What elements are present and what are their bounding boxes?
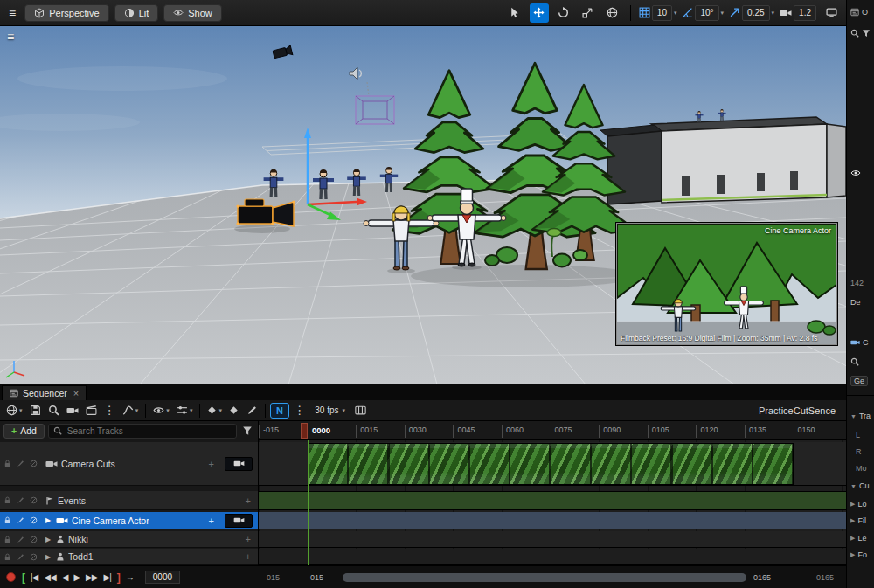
lane-nikki[interactable] [259,531,846,548]
playback-start-line[interactable] [308,440,309,565]
lane-events[interactable] [259,491,846,510]
more-options-button[interactable]: ⋮ [291,402,308,419]
timeline-scroll-area[interactable]: -015 -015 0165 0165 [259,566,846,588]
expander-icon[interactable]: ▶ [45,536,52,543]
camera-cuts-section-thumbnails[interactable] [308,443,794,485]
move-tool-button[interactable] [530,3,549,23]
render-movie-button[interactable] [83,402,100,419]
lock-icon[interactable] [3,516,11,524]
lane-todd1[interactable] [259,549,846,565]
sequence-browser-button[interactable]: ▾ [3,402,25,419]
caret-down-icon[interactable]: ▾ [772,10,775,17]
brush-icon[interactable] [17,460,24,467]
section-filmback[interactable]: ▶ Fil [850,515,874,526]
to-end-button[interactable]: ▶| [103,572,110,582]
shot-track-button[interactable] [352,402,369,419]
to-front-button[interactable]: |◀ [31,572,38,582]
brush-icon[interactable] [17,516,24,524]
timeline-area[interactable]: -015 0015 0030 0045 0060 0075 0090 0105 … [259,421,846,565]
add-section-icon[interactable]: + [246,534,251,544]
create-camera-button[interactable] [64,402,81,419]
mute-icon[interactable] [30,496,38,504]
lock-icon[interactable] [3,553,11,561]
current-frame-field[interactable]: 0000 [145,571,180,584]
previous-key-button[interactable]: ◀◀ [44,572,55,582]
find-in-browser-button[interactable] [45,402,62,419]
brush-icon[interactable] [17,536,24,543]
more-options-button[interactable]: ⋮ [101,402,118,419]
lane-cine-camera-actor[interactable] [259,512,846,529]
add-section-icon[interactable]: + [246,495,251,506]
show-button[interactable]: Show [163,4,222,22]
grid-snap-value[interactable]: 10 [652,5,672,21]
track-search-box[interactable] [48,424,237,439]
step-back-button[interactable]: ◀ [62,572,68,582]
tab-sequencer[interactable]: Sequencer × [2,385,87,400]
brush-icon[interactable] [17,553,24,561]
world-space-toggle[interactable] [603,3,622,23]
add-section-icon[interactable]: + [209,515,214,526]
track-row-cine-camera-actor[interactable]: ▶ Cine Camera Actor + [0,512,258,529]
tab-outliner[interactable]: O [850,7,874,17]
camera-speed-control[interactable]: 1.2 [780,5,816,21]
viewport-3d[interactable]: ≡ [0,26,846,384]
edit-mode-button[interactable] [244,402,260,419]
playback-end-line[interactable] [794,430,794,565]
caret-down-icon[interactable]: ▾ [721,10,725,17]
caret-down-icon[interactable]: ▾ [674,10,677,17]
play-button[interactable]: ▶ [73,572,80,582]
scale-tool-button[interactable] [579,3,598,23]
r otate-tool-button[interactable] [554,3,573,23]
grid-snap-control[interactable]: 10 ▾ [639,5,677,21]
section-focus[interactable]: ▶ Fo [850,550,874,560]
main-menu-icon[interactable]: ≡ [5,6,19,20]
general-filter-chip[interactable]: Ge [850,376,874,386]
auto-key-button[interactable] [226,402,242,419]
playhead-marker[interactable] [301,423,308,439]
outliner-toolbar-icons[interactable] [850,28,874,38]
track-row-events[interactable]: Events + [0,491,258,510]
track-row-camera-cuts[interactable]: Camera Cuts + [0,442,258,486]
camera-lock-toggle[interactable] [225,514,253,528]
scale-snap-control[interactable]: 0.25 ▾ [729,5,774,21]
add-section-icon[interactable]: + [209,459,214,469]
section-lens[interactable]: ▶ Le [850,533,874,543]
navigation-toggle-button[interactable]: N [270,403,289,419]
lock-icon[interactable] [3,460,11,467]
perspective-button[interactable]: Perspective [24,4,108,22]
visibility-toggle[interactable] [850,168,874,178]
viewport-options-icon[interactable]: ≡ [7,30,14,44]
maximize-viewport-button[interactable] [822,3,841,23]
property-rotation[interactable]: R [850,446,874,457]
keying-options-button[interactable]: ▾ [205,402,225,419]
mute-icon[interactable] [30,516,38,524]
brush-icon[interactable] [17,496,24,504]
lit-button[interactable]: Lit [114,4,159,22]
lock-icon[interactable] [3,496,11,504]
expander-icon[interactable]: ▶ [45,516,52,524]
track-row-todd1[interactable]: ▶ Todd1 + [0,549,258,565]
camera-speed-value[interactable]: 1.2 [794,5,816,21]
track-row-nikki[interactable]: ▶ Nikki + [0,531,258,548]
view-options-button[interactable]: ▾ [150,402,172,419]
mute-icon[interactable] [30,536,38,543]
playback-options-button[interactable]: ▾ [174,402,196,419]
section-lookat[interactable]: ▶ Lo [850,499,874,509]
timeline-ruler[interactable]: -015 0015 0030 0045 0060 0075 0090 0105 … [259,421,846,440]
section-current-camera[interactable]: ▼ Cu [850,481,874,491]
loop-mode-button[interactable]: → [126,572,134,582]
fps-dropdown[interactable]: 30 fps ▾ [309,402,350,419]
expander-icon[interactable]: ▶ [45,553,52,561]
mute-icon[interactable] [30,553,38,561]
record-button[interactable] [6,572,16,582]
set-end-button[interactable]: ] [117,571,120,584]
camera-lock-toggle[interactable] [225,457,253,471]
add-section-icon[interactable]: + [246,551,251,562]
angle-snap-value[interactable]: 10° [695,5,718,21]
select-tool-button[interactable] [505,3,524,23]
details-search[interactable] [850,356,874,367]
save-button[interactable] [27,402,44,419]
set-start-button[interactable]: [ [22,571,24,584]
section-transform[interactable]: ▼ Tra [850,411,874,421]
add-track-button[interactable]: + Add [3,424,45,439]
